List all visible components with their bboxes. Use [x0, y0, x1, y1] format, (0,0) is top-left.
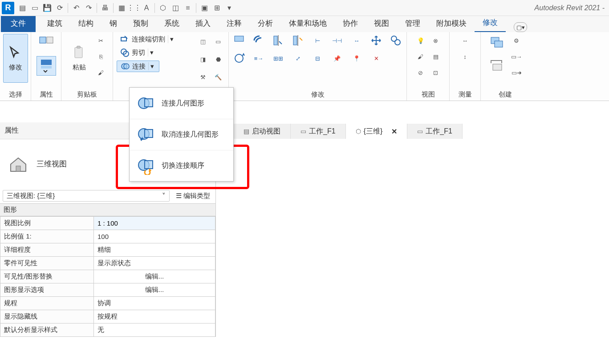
rotate-icon[interactable] — [232, 52, 246, 65]
measure-tool-icon[interactable]: ↕ — [459, 50, 472, 63]
open-icon[interactable]: ▭ — [28, 2, 41, 14]
match-icon[interactable]: 🖌 — [94, 66, 108, 79]
menu-join-geometry[interactable]: 连接几何图形 — [130, 88, 233, 119]
coping-button[interactable]: 连接端切割 ▾ — [117, 34, 179, 44]
property-group-graphics[interactable]: 图形 — [0, 203, 215, 216]
unpin-icon[interactable]: 📍 — [350, 52, 363, 65]
3d-icon[interactable]: ⬡ — [157, 2, 169, 14]
viewtab-f1-2[interactable]: ▭工作_F1 — [407, 124, 463, 139]
cut-icon[interactable]: ✂ — [94, 34, 108, 47]
create-assembly-icon[interactable]: ⚙ — [510, 34, 523, 47]
tab-analyze[interactable]: 分析 — [250, 15, 281, 32]
copy-icon[interactable] — [389, 34, 402, 47]
copy-icon[interactable]: ⎘ — [94, 50, 108, 63]
scale-icon[interactable]: ⤢ — [291, 52, 304, 65]
demolish-icon[interactable]: ⚒ — [196, 70, 210, 84]
chevron-down-icon[interactable]: ▾ — [148, 49, 155, 57]
trim-single-icon[interactable]: ⊣⊣ — [330, 34, 344, 47]
redo-icon[interactable]: ↷ — [82, 2, 95, 14]
measure-icon[interactable]: ▦ — [115, 2, 128, 14]
sync-icon[interactable]: ⟳ — [53, 2, 66, 14]
tab-architecture[interactable]: 建筑 — [39, 15, 70, 32]
mirror-draw-icon[interactable] — [291, 34, 304, 47]
menu-switch-join-order[interactable]: 切换连接顺序 — [130, 150, 233, 181]
offset-icon[interactable] — [252, 34, 265, 47]
wall-opening-icon[interactable]: ◫ — [196, 35, 210, 48]
intersect-icon[interactable]: ⊗ — [429, 34, 443, 47]
prop-value[interactable]: 按规程 — [94, 310, 215, 324]
trim-multiple-icon[interactable]: ≡→ — [252, 52, 265, 65]
tab-massing[interactable]: 体量和场地 — [281, 15, 335, 32]
align-icon[interactable]: ⋮⋮ — [128, 2, 140, 14]
properties-icon[interactable] — [37, 34, 56, 53]
viewtab-start[interactable]: ▤启动视图 — [234, 124, 291, 139]
new-icon[interactable]: ▤ — [16, 2, 28, 14]
split-gap-icon[interactable]: ↔ — [350, 34, 363, 47]
pin-icon[interactable]: 📌 — [330, 52, 344, 65]
tab-collaborate[interactable]: 协作 — [335, 15, 366, 32]
group-icon[interactable] — [487, 56, 507, 76]
menu-unjoin-geometry[interactable]: 取消连接几何图形 — [130, 119, 233, 150]
delete-icon[interactable]: ✕ — [369, 52, 383, 65]
cope-icon[interactable]: ▭ — [211, 35, 225, 48]
hammer-icon[interactable]: 🔨 — [211, 70, 225, 84]
switch-windows-icon[interactable]: ⊞ — [211, 2, 223, 14]
tab-precast[interactable]: 预制 — [125, 15, 156, 32]
close-hidden-icon[interactable]: ▣ — [198, 2, 211, 14]
cut-button[interactable]: 剪切 ▾ — [117, 47, 158, 58]
create-group-icon[interactable]: ▭➜ — [510, 66, 523, 79]
prop-value[interactable]: 精细 — [94, 243, 215, 257]
type-selector[interactable]: 三维视图: {三维} ˅ — [3, 190, 170, 202]
print-icon[interactable]: 🖶 — [99, 2, 111, 14]
chevron-down-icon[interactable]: ▾ — [168, 35, 175, 43]
tab-structure[interactable]: 结构 — [70, 15, 102, 32]
info-icon[interactable]: ▢▾ — [514, 22, 527, 32]
type-selector-icon[interactable] — [37, 56, 56, 76]
join-button[interactable]: 连接 ▾ — [117, 61, 159, 72]
prop-value[interactable]: 无 — [94, 324, 215, 337]
customize-icon[interactable]: ▾ — [223, 2, 235, 14]
create-parts-icon[interactable]: ▭→ — [510, 50, 523, 63]
viewtab-f1-1[interactable]: ▭工作_F1 — [291, 124, 346, 139]
split-icon[interactable]: ⊟ — [311, 52, 324, 65]
tab-steel[interactable]: 钢 — [102, 15, 125, 32]
paint-icon[interactable]: ⬣ — [211, 53, 225, 66]
tab-file[interactable]: 文件 — [1, 15, 36, 32]
override-icon[interactable]: ⊡ — [429, 66, 443, 79]
tab-manage[interactable]: 管理 — [397, 15, 428, 32]
text-icon[interactable]: A — [140, 2, 153, 14]
prop-value[interactable]: 显示原状态 — [94, 257, 215, 270]
move-icon[interactable] — [369, 34, 383, 47]
close-icon[interactable]: ✕ — [391, 127, 397, 136]
lightbulb-icon[interactable]: 💡 — [414, 34, 427, 47]
prop-value[interactable] — [94, 217, 215, 230]
save-icon[interactable]: 💾 — [41, 2, 53, 14]
tab-view[interactable]: 视图 — [366, 15, 397, 32]
chevron-down-icon[interactable]: ▾ — [148, 62, 155, 70]
tab-addins[interactable]: 附加模块 — [428, 15, 475, 32]
tab-modify[interactable]: 修改 — [475, 14, 506, 32]
tab-insert[interactable]: 插入 — [187, 15, 219, 32]
scale-input[interactable] — [97, 219, 211, 227]
tab-systems[interactable]: 系统 — [156, 15, 187, 32]
hide-icon[interactable]: ⊘ — [414, 66, 427, 79]
linework-icon[interactable]: ▤ — [429, 50, 443, 63]
section-icon[interactable]: ◫ — [169, 2, 182, 14]
trim-corner-icon[interactable]: ⊢ — [311, 34, 324, 47]
viewtab-3d[interactable]: ⬡{三维}✕ — [346, 124, 408, 139]
aligned-dim-icon[interactable]: ↔ — [459, 34, 472, 47]
align-icon[interactable] — [232, 34, 246, 47]
paint-tool-icon[interactable]: 🖌 — [414, 50, 427, 63]
paste-button[interactable]: 粘贴 — [67, 34, 92, 83]
thin-lines-icon[interactable]: ≡ — [182, 2, 194, 14]
edit-type-button[interactable]: ☰ 编辑类型 — [173, 190, 213, 202]
tab-annotate[interactable]: 注释 — [219, 15, 250, 32]
modify-button[interactable]: 修改 — [3, 34, 28, 83]
create-similar-icon[interactable] — [487, 34, 507, 53]
array-icon[interactable]: ⊞⊞ — [272, 52, 285, 65]
mirror-pick-icon[interactable] — [272, 34, 285, 47]
prop-value[interactable]: 协调 — [94, 297, 215, 310]
prop-value-button[interactable]: 编辑... — [94, 283, 215, 297]
split-face-icon[interactable]: ◨ — [196, 53, 210, 66]
prop-value-button[interactable]: 编辑... — [94, 270, 215, 283]
